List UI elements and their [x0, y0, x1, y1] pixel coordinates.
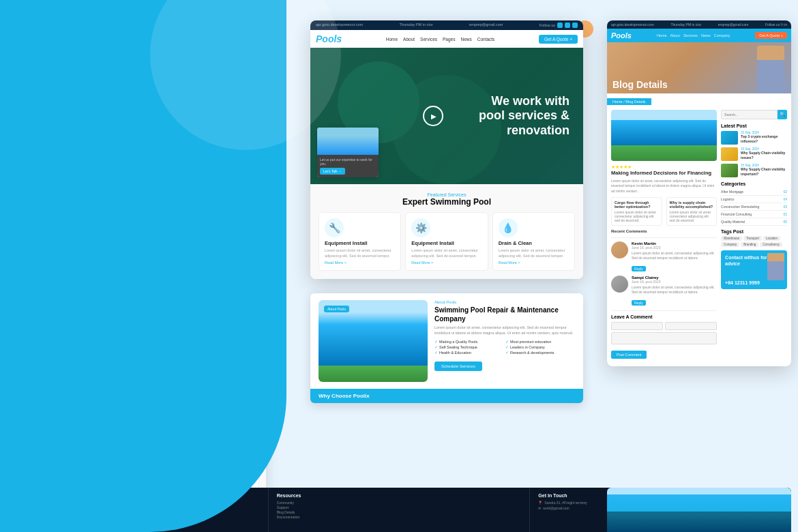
latest-post-content-3: 15 Sep, 2024 Why Supply Chain visibility…: [741, 164, 787, 177]
category-2[interactable]: Logistics 04: [721, 196, 787, 203]
tags-list: Warehouse Transport Location Company Bra…: [721, 236, 787, 247]
main-nav-phone: Thursday PM in ctor: [399, 23, 432, 28]
blog-col1-title: Cargo flow through better optimization?: [615, 201, 659, 209]
hero-card-image: [317, 128, 379, 155]
main-services-grid: 🔧 Equipment Install Lorem ipsum dolor si…: [319, 212, 575, 271]
category-1[interactable]: After Mortgage 02: [721, 188, 787, 196]
category-3[interactable]: Construction Remodeling 03: [721, 203, 787, 211]
author1-reply-button[interactable]: Reply: [632, 266, 646, 271]
tag-1[interactable]: Warehouse: [721, 236, 742, 241]
latest-text-2: Why Supply Chain visibility issues?: [741, 151, 787, 160]
footer-link-community[interactable]: Community: [277, 501, 522, 505]
latest-posts-title: Latest Post: [721, 123, 787, 128]
main-service-card-2: ⚙️ Equipment Install Lorem ipsum dolor s…: [405, 212, 488, 271]
main-nav-links: Home About Services Pages News Contacts: [386, 37, 495, 42]
main-nav-contacts[interactable]: Contacts: [477, 37, 495, 42]
author1-info: Kevin Martin June 16, post 2023 Lorem ip…: [632, 241, 717, 273]
blog-col-1: Cargo flow through better optimization? …: [611, 197, 662, 226]
comment-email-input[interactable]: [665, 322, 717, 330]
comment-submit-button[interactable]: Post Comment: [611, 351, 647, 359]
blog-comment-form: Leave A Comment Post Comment: [611, 310, 717, 362]
social-fb: [557, 23, 563, 28]
hero-card-content: Let us put our expertise to work for you…: [317, 155, 379, 177]
blog-search-button[interactable]: 🔍: [778, 110, 787, 119]
category-count-5: 05: [783, 220, 787, 224]
contact-person-image: [767, 253, 784, 280]
main-service-desc-3: Lorem ipsum dolor sit amet, consectetur …: [499, 248, 569, 258]
tag-3[interactable]: Location: [763, 236, 780, 241]
footer-link-support[interactable]: Support: [277, 505, 522, 509]
latest-post-img-2: [721, 147, 738, 161]
author2-reply-button[interactable]: Reply: [632, 300, 646, 306]
contact-phone: +84 12311 9999: [725, 280, 783, 285]
category-count-4: 01: [783, 212, 787, 216]
mid-about-full: About Pools About Pools Swimming Pool Re…: [310, 293, 583, 403]
blog-nav-home[interactable]: Home: [657, 33, 667, 38]
main-service-card-1: 🔧 Equipment Install Lorem ipsum dolor si…: [319, 212, 401, 271]
mid-about-title: Swimming Pool Repair & Maintenance Compa…: [434, 306, 575, 323]
main-equipment-icon-2: ⚙️: [411, 218, 430, 237]
footer-link-docs[interactable]: Documentation: [277, 515, 522, 519]
mid-check-2: Most premium education: [505, 340, 575, 344]
blog-page-preview: apr.goto.developmenuir.com Thursday PM i…: [607, 20, 791, 366]
latest-post-content-1: 15 Sep, 2024 Top 3 crypto exchange influ…: [741, 131, 787, 145]
main-navbar: Pools Home About Services Pages News Con…: [310, 30, 583, 48]
play-button[interactable]: [423, 106, 443, 126]
mid-check-4: Leaders in Company: [505, 345, 575, 349]
mid-why-section: Why Choose Poolix: [310, 389, 583, 403]
blog-nav-services[interactable]: Services: [683, 33, 698, 38]
blog-nav-email: apr.goto.developmenuir.com: [611, 23, 654, 27]
main-get-quote-button[interactable]: Get A Quote +: [539, 35, 578, 44]
hero-info-card: Let us put our expertise to work for you…: [317, 128, 379, 177]
main-nav-pages[interactable]: Pages: [443, 37, 455, 42]
tag-2[interactable]: Transport: [743, 236, 762, 241]
main-nav-news[interactable]: News: [460, 37, 471, 42]
blog-page-title: Blog Details: [612, 79, 668, 90]
blog-get-quote-button[interactable]: Get A Quote +: [755, 32, 787, 39]
tag-4[interactable]: Company: [721, 242, 739, 247]
category-name-3: Construction Remodeling: [721, 205, 759, 209]
comment-name-input[interactable]: [611, 322, 663, 330]
latest-post-img-1: [721, 131, 738, 145]
blog-main-content: ★★★★★ Making Informed Decisions for Fina…: [611, 110, 717, 362]
footer-email-text: work@gmail.com: [543, 506, 569, 510]
tag-6[interactable]: Consultancy: [760, 242, 782, 247]
email-icon: ✉: [538, 506, 541, 510]
main-nav-contact: emprep@gmail.com: [469, 23, 503, 28]
main-read-more-3[interactable]: Read More >: [499, 261, 569, 265]
mid-schedule-button[interactable]: Schedule Services: [434, 361, 482, 371]
main-nav-services[interactable]: Services: [420, 37, 437, 42]
footer-link-blog[interactable]: Blog Details: [277, 510, 522, 514]
mid-check-3: Self Sealing Technique: [434, 345, 504, 349]
mid-about-desc: Lorem ipsum dolor sit amet, consectetur …: [434, 325, 575, 336]
tag-5[interactable]: Branding: [741, 242, 758, 247]
blog-nav-links: Home About Services News Company: [657, 33, 730, 38]
main-read-more-1[interactable]: Read More >: [325, 261, 395, 265]
main-services-section: Featured Services Expert Swimming Pool 🔧…: [310, 184, 583, 279]
comment-form-title: Leave A Comment: [611, 314, 717, 319]
blog-nav-about[interactable]: About: [670, 33, 680, 38]
blog-col1-desc: Lorem ipsum dolor sit amet consectetur a…: [615, 210, 659, 222]
comment-form-inputs: [611, 322, 717, 330]
category-5[interactable]: Quality Material 05: [721, 218, 787, 226]
blog-navbar: Pools Home About Services News Company G…: [607, 29, 791, 42]
category-name-1: After Mortgage: [721, 190, 743, 194]
comment-textarea[interactable]: [611, 332, 717, 344]
main-nav-top-bar: apr.goto.developmenuir.com Thursday PM i…: [310, 20, 583, 30]
author2-info: Sampi Clairey June 16, post 2023 Lorem i…: [632, 276, 717, 307]
category-name-4: Financial Consulting: [721, 212, 752, 216]
hero-card-button[interactable]: Let's Talk →: [320, 168, 345, 175]
mid-check-6: Research & developments: [505, 351, 575, 355]
blog-nav-company[interactable]: Company: [714, 33, 730, 38]
footer-col-resources: Resources Community Support Blog Details…: [269, 488, 531, 532]
main-read-more-2[interactable]: Read More >: [411, 261, 482, 265]
main-nav-home[interactable]: Home: [386, 37, 398, 42]
hero-title: We work with pool services & renovation: [479, 94, 570, 138]
mid-check-1: Making a Quality Pools: [434, 340, 504, 344]
main-nav-about[interactable]: About: [403, 37, 415, 42]
recent-comments-title: Recent Comments: [611, 229, 717, 233]
blog-search-input[interactable]: [721, 110, 778, 119]
latest-text-1: Top 3 crypto exchange influence?: [741, 134, 787, 143]
blog-nav-news[interactable]: News: [701, 33, 711, 38]
category-4[interactable]: Financial Consulting 01: [721, 211, 787, 218]
